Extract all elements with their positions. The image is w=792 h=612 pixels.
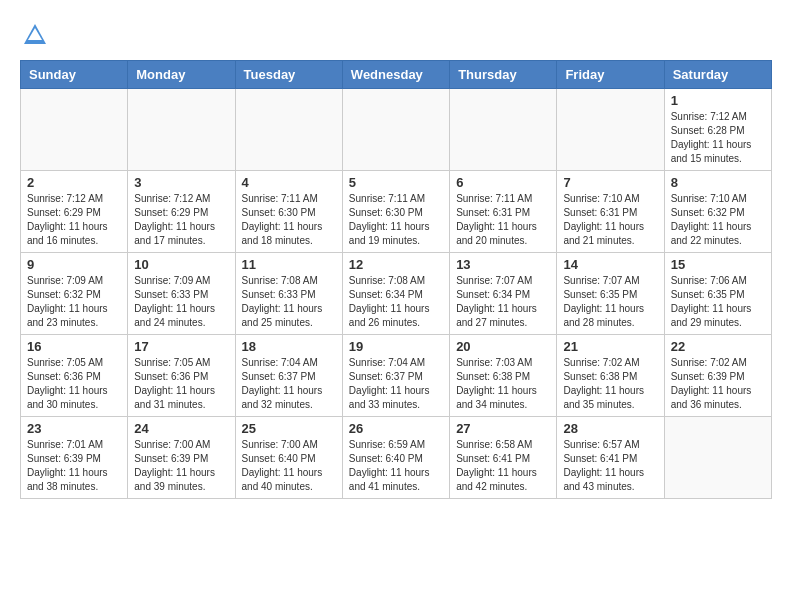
day-info: Sunrise: 6:59 AM Sunset: 6:40 PM Dayligh… [349,438,443,494]
day-info: Sunrise: 7:11 AM Sunset: 6:31 PM Dayligh… [456,192,550,248]
day-number: 11 [242,257,336,272]
day-info: Sunrise: 7:05 AM Sunset: 6:36 PM Dayligh… [134,356,228,412]
day-info: Sunrise: 7:05 AM Sunset: 6:36 PM Dayligh… [27,356,121,412]
calendar-cell: 17Sunrise: 7:05 AM Sunset: 6:36 PM Dayli… [128,335,235,417]
calendar-cell: 12Sunrise: 7:08 AM Sunset: 6:34 PM Dayli… [342,253,449,335]
calendar-cell: 4Sunrise: 7:11 AM Sunset: 6:30 PM Daylig… [235,171,342,253]
calendar-cell: 14Sunrise: 7:07 AM Sunset: 6:35 PM Dayli… [557,253,664,335]
day-number: 21 [563,339,657,354]
day-number: 26 [349,421,443,436]
day-info: Sunrise: 6:57 AM Sunset: 6:41 PM Dayligh… [563,438,657,494]
calendar-cell: 20Sunrise: 7:03 AM Sunset: 6:38 PM Dayli… [450,335,557,417]
calendar-cell: 26Sunrise: 6:59 AM Sunset: 6:40 PM Dayli… [342,417,449,499]
weekday-header-monday: Monday [128,61,235,89]
calendar-cell: 23Sunrise: 7:01 AM Sunset: 6:39 PM Dayli… [21,417,128,499]
day-info: Sunrise: 7:07 AM Sunset: 6:34 PM Dayligh… [456,274,550,330]
calendar-cell: 22Sunrise: 7:02 AM Sunset: 6:39 PM Dayli… [664,335,771,417]
day-info: Sunrise: 7:06 AM Sunset: 6:35 PM Dayligh… [671,274,765,330]
day-info: Sunrise: 7:11 AM Sunset: 6:30 PM Dayligh… [242,192,336,248]
day-info: Sunrise: 7:12 AM Sunset: 6:28 PM Dayligh… [671,110,765,166]
calendar-header-row: SundayMondayTuesdayWednesdayThursdayFrid… [21,61,772,89]
calendar-cell: 2Sunrise: 7:12 AM Sunset: 6:29 PM Daylig… [21,171,128,253]
calendar-week-row: 16Sunrise: 7:05 AM Sunset: 6:36 PM Dayli… [21,335,772,417]
day-number: 4 [242,175,336,190]
day-number: 15 [671,257,765,272]
calendar-week-row: 9Sunrise: 7:09 AM Sunset: 6:32 PM Daylig… [21,253,772,335]
calendar-cell [128,89,235,171]
day-number: 10 [134,257,228,272]
day-info: Sunrise: 6:58 AM Sunset: 6:41 PM Dayligh… [456,438,550,494]
day-number: 27 [456,421,550,436]
day-number: 3 [134,175,228,190]
calendar-cell: 5Sunrise: 7:11 AM Sunset: 6:30 PM Daylig… [342,171,449,253]
calendar-cell [557,89,664,171]
day-number: 2 [27,175,121,190]
weekday-header-friday: Friday [557,61,664,89]
weekday-header-saturday: Saturday [664,61,771,89]
weekday-header-wednesday: Wednesday [342,61,449,89]
day-info: Sunrise: 7:04 AM Sunset: 6:37 PM Dayligh… [349,356,443,412]
calendar-cell [21,89,128,171]
day-number: 20 [456,339,550,354]
day-info: Sunrise: 7:10 AM Sunset: 6:31 PM Dayligh… [563,192,657,248]
calendar-cell [342,89,449,171]
day-number: 9 [27,257,121,272]
day-number: 8 [671,175,765,190]
day-number: 5 [349,175,443,190]
day-info: Sunrise: 7:09 AM Sunset: 6:32 PM Dayligh… [27,274,121,330]
day-number: 19 [349,339,443,354]
weekday-header-tuesday: Tuesday [235,61,342,89]
logo [20,20,54,50]
calendar-cell: 15Sunrise: 7:06 AM Sunset: 6:35 PM Dayli… [664,253,771,335]
day-info: Sunrise: 7:03 AM Sunset: 6:38 PM Dayligh… [456,356,550,412]
calendar-cell: 9Sunrise: 7:09 AM Sunset: 6:32 PM Daylig… [21,253,128,335]
day-info: Sunrise: 7:12 AM Sunset: 6:29 PM Dayligh… [27,192,121,248]
day-info: Sunrise: 7:02 AM Sunset: 6:39 PM Dayligh… [671,356,765,412]
calendar-cell: 10Sunrise: 7:09 AM Sunset: 6:33 PM Dayli… [128,253,235,335]
day-number: 23 [27,421,121,436]
day-number: 7 [563,175,657,190]
day-info: Sunrise: 7:08 AM Sunset: 6:33 PM Dayligh… [242,274,336,330]
day-info: Sunrise: 7:10 AM Sunset: 6:32 PM Dayligh… [671,192,765,248]
calendar-cell: 8Sunrise: 7:10 AM Sunset: 6:32 PM Daylig… [664,171,771,253]
calendar-cell: 1Sunrise: 7:12 AM Sunset: 6:28 PM Daylig… [664,89,771,171]
weekday-header-sunday: Sunday [21,61,128,89]
day-number: 12 [349,257,443,272]
calendar-cell: 25Sunrise: 7:00 AM Sunset: 6:40 PM Dayli… [235,417,342,499]
weekday-header-thursday: Thursday [450,61,557,89]
calendar-cell: 13Sunrise: 7:07 AM Sunset: 6:34 PM Dayli… [450,253,557,335]
day-number: 17 [134,339,228,354]
calendar-cell [235,89,342,171]
calendar-week-row: 2Sunrise: 7:12 AM Sunset: 6:29 PM Daylig… [21,171,772,253]
day-info: Sunrise: 7:09 AM Sunset: 6:33 PM Dayligh… [134,274,228,330]
calendar-cell [450,89,557,171]
page-header [20,20,772,50]
logo-icon [20,20,50,50]
calendar-cell: 16Sunrise: 7:05 AM Sunset: 6:36 PM Dayli… [21,335,128,417]
day-number: 25 [242,421,336,436]
calendar-cell: 19Sunrise: 7:04 AM Sunset: 6:37 PM Dayli… [342,335,449,417]
day-info: Sunrise: 7:01 AM Sunset: 6:39 PM Dayligh… [27,438,121,494]
day-info: Sunrise: 7:04 AM Sunset: 6:37 PM Dayligh… [242,356,336,412]
calendar-cell: 24Sunrise: 7:00 AM Sunset: 6:39 PM Dayli… [128,417,235,499]
calendar-cell: 27Sunrise: 6:58 AM Sunset: 6:41 PM Dayli… [450,417,557,499]
day-number: 6 [456,175,550,190]
day-number: 28 [563,421,657,436]
day-number: 22 [671,339,765,354]
day-number: 18 [242,339,336,354]
day-info: Sunrise: 7:11 AM Sunset: 6:30 PM Dayligh… [349,192,443,248]
calendar-cell: 11Sunrise: 7:08 AM Sunset: 6:33 PM Dayli… [235,253,342,335]
calendar-week-row: 23Sunrise: 7:01 AM Sunset: 6:39 PM Dayli… [21,417,772,499]
calendar-cell: 7Sunrise: 7:10 AM Sunset: 6:31 PM Daylig… [557,171,664,253]
day-info: Sunrise: 7:08 AM Sunset: 6:34 PM Dayligh… [349,274,443,330]
calendar-cell: 6Sunrise: 7:11 AM Sunset: 6:31 PM Daylig… [450,171,557,253]
day-info: Sunrise: 7:02 AM Sunset: 6:38 PM Dayligh… [563,356,657,412]
day-number: 13 [456,257,550,272]
day-info: Sunrise: 7:00 AM Sunset: 6:40 PM Dayligh… [242,438,336,494]
calendar-week-row: 1Sunrise: 7:12 AM Sunset: 6:28 PM Daylig… [21,89,772,171]
calendar-cell: 18Sunrise: 7:04 AM Sunset: 6:37 PM Dayli… [235,335,342,417]
calendar-cell: 21Sunrise: 7:02 AM Sunset: 6:38 PM Dayli… [557,335,664,417]
day-number: 14 [563,257,657,272]
day-number: 1 [671,93,765,108]
day-info: Sunrise: 7:12 AM Sunset: 6:29 PM Dayligh… [134,192,228,248]
